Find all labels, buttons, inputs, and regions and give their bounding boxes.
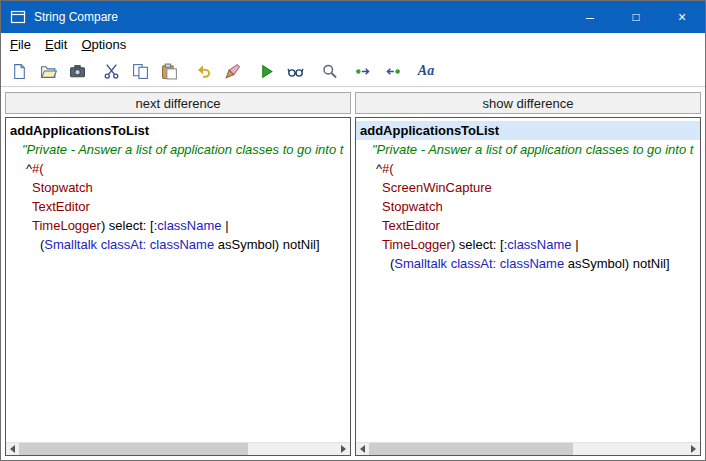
menu-bar: FileEditOptions bbox=[1, 33, 705, 56]
scroll-right-arrow[interactable] bbox=[337, 443, 350, 455]
toolbar: Aa bbox=[1, 56, 705, 86]
close-button[interactable]: × bbox=[659, 1, 705, 33]
code-line: Stopwatch bbox=[356, 197, 700, 216]
code-line: ^#( bbox=[356, 159, 700, 178]
diff-next-icon[interactable] bbox=[380, 59, 404, 83]
right-code-text: addApplicationsToList"Private - Answer a… bbox=[356, 118, 700, 273]
next-difference-button[interactable]: next difference bbox=[5, 92, 351, 114]
open-folder-icon[interactable] bbox=[36, 59, 60, 83]
right-code-pane[interactable]: addApplicationsToList"Private - Answer a… bbox=[355, 117, 701, 456]
undo-icon[interactable] bbox=[191, 59, 215, 83]
menu-item-file[interactable]: File bbox=[3, 34, 38, 55]
show-difference-button[interactable]: show difference bbox=[355, 92, 701, 114]
menu-item-options[interactable]: Options bbox=[74, 34, 133, 55]
scroll-thumb[interactable] bbox=[369, 443, 573, 455]
copy-icon[interactable] bbox=[128, 59, 152, 83]
run-icon[interactable] bbox=[254, 59, 278, 83]
code-line: (Smalltalk classAt: className asSymbol) … bbox=[6, 235, 350, 254]
code-line: ScreenWinCapture bbox=[356, 178, 700, 197]
app-window: String Compare – □ × FileEditOptions bbox=[0, 0, 706, 461]
diff-previous-icon[interactable] bbox=[351, 59, 375, 83]
left-code-pane[interactable]: addApplicationsToList"Private - Answer a… bbox=[5, 117, 351, 456]
spectacles-icon[interactable] bbox=[283, 59, 307, 83]
title-bar: String Compare – □ × bbox=[1, 1, 705, 33]
code-line: TimeLogger) select: [:className | bbox=[356, 235, 700, 254]
app-icon bbox=[10, 9, 26, 25]
new-document-icon[interactable] bbox=[7, 59, 31, 83]
left-horizontal-scrollbar[interactable] bbox=[6, 442, 350, 455]
minimize-button[interactable]: – bbox=[567, 1, 613, 33]
scroll-right-arrow[interactable] bbox=[687, 443, 700, 455]
window-controls: – □ × bbox=[567, 1, 705, 33]
code-line: addApplicationsToList bbox=[6, 121, 350, 140]
code-line: TextEditor bbox=[6, 197, 350, 216]
code-line: ^#( bbox=[6, 159, 350, 178]
code-line: TextEditor bbox=[356, 216, 700, 235]
scroll-thumb[interactable] bbox=[19, 443, 248, 455]
font-case-label: Aa bbox=[418, 63, 434, 79]
code-line: "Private - Answer a list of application … bbox=[6, 140, 350, 159]
scroll-track[interactable] bbox=[369, 443, 687, 455]
code-line: TimeLogger) select: [:className | bbox=[6, 216, 350, 235]
window-title: String Compare bbox=[34, 10, 567, 24]
camera-icon[interactable] bbox=[65, 59, 89, 83]
scroll-track[interactable] bbox=[19, 443, 337, 455]
left-code-text: addApplicationsToList"Private - Answer a… bbox=[6, 118, 350, 254]
code-line: (Smalltalk classAt: className asSymbol) … bbox=[356, 254, 700, 273]
code-line: addApplicationsToList bbox=[356, 121, 700, 140]
paste-icon[interactable] bbox=[157, 59, 181, 83]
scroll-left-arrow[interactable] bbox=[356, 443, 369, 455]
compare-area: next difference show difference addAppli… bbox=[1, 88, 705, 460]
font-case-icon[interactable]: Aa bbox=[414, 59, 438, 83]
code-line: "Private - Answer a list of application … bbox=[356, 140, 700, 159]
cut-icon[interactable] bbox=[99, 59, 123, 83]
maximize-button[interactable]: □ bbox=[613, 1, 659, 33]
scroll-left-arrow[interactable] bbox=[6, 443, 19, 455]
right-horizontal-scrollbar[interactable] bbox=[356, 442, 700, 455]
pen-icon[interactable] bbox=[220, 59, 244, 83]
search-icon[interactable] bbox=[317, 59, 341, 83]
menu-item-edit[interactable]: Edit bbox=[38, 34, 74, 55]
code-line: Stopwatch bbox=[6, 178, 350, 197]
